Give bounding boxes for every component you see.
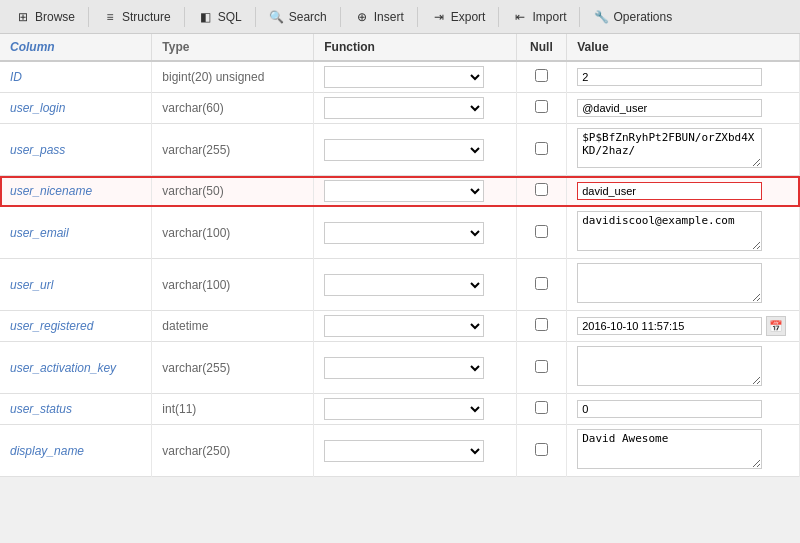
- table-row: user_activation_keyvarchar(255): [0, 342, 800, 394]
- toolbar-btn-search[interactable]: 🔍Search: [258, 4, 338, 30]
- cell-column-type: datetime: [152, 311, 314, 342]
- cell-column-name: ID: [0, 61, 152, 93]
- toolbar-separator: [255, 7, 256, 27]
- value-input[interactable]: [577, 400, 762, 418]
- cell-column-type: varchar(100): [152, 259, 314, 311]
- cell-value[interactable]: 📅: [567, 311, 800, 342]
- cell-function[interactable]: [314, 124, 516, 176]
- cell-null[interactable]: [516, 311, 567, 342]
- cell-function[interactable]: [314, 93, 516, 124]
- cell-column-name: user_nicename: [0, 176, 152, 207]
- function-select[interactable]: [324, 139, 484, 161]
- cell-value[interactable]: [567, 93, 800, 124]
- cell-value[interactable]: [567, 176, 800, 207]
- function-select[interactable]: [324, 357, 484, 379]
- null-checkbox[interactable]: [535, 69, 548, 82]
- cell-null[interactable]: [516, 207, 567, 259]
- value-textarea[interactable]: [577, 263, 762, 303]
- cell-value[interactable]: [567, 259, 800, 311]
- null-checkbox[interactable]: [535, 318, 548, 331]
- cell-function[interactable]: [314, 311, 516, 342]
- function-select[interactable]: [324, 398, 484, 420]
- cell-null[interactable]: [516, 61, 567, 93]
- cell-function[interactable]: [314, 176, 516, 207]
- toolbar-separator: [498, 7, 499, 27]
- table-row: user_statusint(11): [0, 394, 800, 425]
- toolbar-btn-import[interactable]: ⇤Import: [501, 4, 577, 30]
- null-checkbox[interactable]: [535, 183, 548, 196]
- sql-icon: ◧: [198, 9, 214, 25]
- value-textarea[interactable]: [577, 346, 762, 386]
- cell-value[interactable]: [567, 61, 800, 93]
- null-checkbox[interactable]: [535, 443, 548, 456]
- cell-null[interactable]: [516, 259, 567, 311]
- table-row: user_nicenamevarchar(50): [0, 176, 800, 207]
- value-textarea[interactable]: [577, 128, 762, 168]
- table-row: user_emailvarchar(100): [0, 207, 800, 259]
- table-row: user_passvarchar(255): [0, 124, 800, 176]
- cell-column-name: user_registered: [0, 311, 152, 342]
- cell-null[interactable]: [516, 425, 567, 477]
- cell-function[interactable]: [314, 425, 516, 477]
- column-header-value: Value: [567, 34, 800, 61]
- null-checkbox[interactable]: [535, 142, 548, 155]
- cell-function[interactable]: [314, 342, 516, 394]
- value-input[interactable]: [577, 68, 762, 86]
- toolbar-btn-label: Import: [532, 10, 566, 24]
- table-row: user_loginvarchar(60): [0, 93, 800, 124]
- function-select[interactable]: [324, 222, 484, 244]
- cell-function[interactable]: [314, 207, 516, 259]
- data-table: Column Type Function Null Value IDbigint…: [0, 34, 800, 477]
- cell-null[interactable]: [516, 124, 567, 176]
- function-select[interactable]: [324, 440, 484, 462]
- function-select[interactable]: [324, 66, 484, 88]
- toolbar: ⊞Browse≡Structure◧SQL🔍Search⊕Insert⇥Expo…: [0, 0, 800, 34]
- cell-column-name: user_activation_key: [0, 342, 152, 394]
- cell-value[interactable]: [567, 425, 800, 477]
- function-select[interactable]: [324, 97, 484, 119]
- table-row: IDbigint(20) unsigned: [0, 61, 800, 93]
- cell-column-name: user_url: [0, 259, 152, 311]
- cell-value[interactable]: [567, 207, 800, 259]
- null-checkbox[interactable]: [535, 401, 548, 414]
- value-textarea[interactable]: [577, 429, 762, 469]
- toolbar-btn-structure[interactable]: ≡Structure: [91, 4, 182, 30]
- date-input[interactable]: [577, 317, 762, 335]
- cell-null[interactable]: [516, 342, 567, 394]
- cell-function[interactable]: [314, 394, 516, 425]
- toolbar-btn-operations[interactable]: 🔧Operations: [582, 4, 683, 30]
- calendar-icon[interactable]: 📅: [766, 316, 786, 336]
- null-checkbox[interactable]: [535, 360, 548, 373]
- column-header-null: Null: [516, 34, 567, 61]
- cell-column-name: user_login: [0, 93, 152, 124]
- toolbar-btn-export[interactable]: ⇥Export: [420, 4, 497, 30]
- cell-null[interactable]: [516, 394, 567, 425]
- toolbar-btn-insert[interactable]: ⊕Insert: [343, 4, 415, 30]
- cell-function[interactable]: [314, 61, 516, 93]
- cell-value[interactable]: [567, 342, 800, 394]
- value-input[interactable]: [577, 182, 762, 200]
- function-select[interactable]: [324, 315, 484, 337]
- cell-column-type: varchar(50): [152, 176, 314, 207]
- null-checkbox[interactable]: [535, 277, 548, 290]
- cell-null[interactable]: [516, 176, 567, 207]
- toolbar-separator: [340, 7, 341, 27]
- cell-null[interactable]: [516, 93, 567, 124]
- cell-function[interactable]: [314, 259, 516, 311]
- cell-value[interactable]: [567, 124, 800, 176]
- table-row: user_registereddatetime📅: [0, 311, 800, 342]
- cell-column-type: int(11): [152, 394, 314, 425]
- function-select[interactable]: [324, 180, 484, 202]
- operations-icon: 🔧: [593, 9, 609, 25]
- null-checkbox[interactable]: [535, 100, 548, 113]
- toolbar-btn-browse[interactable]: ⊞Browse: [4, 4, 86, 30]
- toolbar-btn-label: Operations: [613, 10, 672, 24]
- table-row: display_namevarchar(250): [0, 425, 800, 477]
- export-icon: ⇥: [431, 9, 447, 25]
- function-select[interactable]: [324, 274, 484, 296]
- cell-value[interactable]: [567, 394, 800, 425]
- value-textarea[interactable]: [577, 211, 762, 251]
- null-checkbox[interactable]: [535, 225, 548, 238]
- toolbar-btn-sql[interactable]: ◧SQL: [187, 4, 253, 30]
- value-input[interactable]: [577, 99, 762, 117]
